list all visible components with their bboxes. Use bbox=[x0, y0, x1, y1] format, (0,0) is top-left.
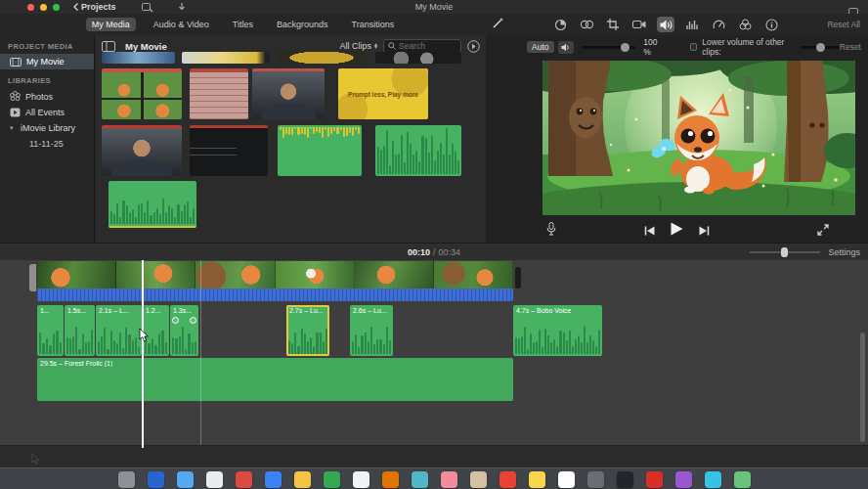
media-thumbnail[interactable] bbox=[102, 68, 182, 119]
reset-all-button[interactable]: Reset All bbox=[827, 20, 860, 29]
dock-app-icon[interactable] bbox=[675, 471, 692, 488]
dock-app-icon[interactable] bbox=[705, 471, 721, 488]
dock-app-icon[interactable] bbox=[412, 471, 428, 488]
import-media-icon[interactable] bbox=[142, 3, 152, 12]
titlebar: Projects My Movie bbox=[0, 0, 868, 14]
download-arrow-icon[interactable] bbox=[178, 3, 186, 12]
fade-handle[interactable] bbox=[190, 317, 196, 324]
tab-transitions[interactable]: Transitions bbox=[345, 18, 400, 31]
auto-volume-button[interactable]: Auto bbox=[527, 41, 554, 53]
back-to-projects-button[interactable]: Projects bbox=[73, 2, 116, 12]
tab-my-media[interactable]: My Media bbox=[86, 18, 136, 31]
dock-app-icon[interactable] bbox=[382, 471, 399, 488]
reset-button[interactable]: Reset bbox=[840, 42, 861, 52]
search-box[interactable] bbox=[383, 39, 461, 53]
timeline-clip[interactable]: 1.3s... bbox=[170, 305, 198, 356]
dock-app-icon[interactable] bbox=[529, 471, 545, 488]
sidebar-toggle-icon[interactable] bbox=[102, 41, 115, 52]
dock-app-icon[interactable] bbox=[294, 471, 311, 488]
crop-icon[interactable] bbox=[604, 17, 622, 32]
color-balance-icon[interactable] bbox=[578, 17, 595, 32]
search-input[interactable] bbox=[399, 41, 456, 51]
minimize-window-button[interactable] bbox=[40, 4, 47, 11]
timeline-settings-button[interactable]: Settings bbox=[828, 247, 860, 257]
sidebar-item-label: My Movie bbox=[26, 57, 65, 67]
media-thumbnail[interactable] bbox=[102, 125, 182, 176]
timeline-clip[interactable]: 1... bbox=[37, 305, 64, 356]
media-thumbnail[interactable] bbox=[102, 52, 175, 64]
timeline-clip[interactable]: 2.1s – L... bbox=[96, 305, 142, 356]
audio-waveform bbox=[110, 197, 195, 224]
play-button[interactable] bbox=[671, 222, 683, 240]
color-correction-icon[interactable] bbox=[551, 17, 569, 32]
media-thumbnail[interactable] bbox=[190, 125, 268, 176]
timeline-scrollbar[interactable] bbox=[860, 333, 865, 442]
dock-app-icon[interactable] bbox=[617, 471, 633, 488]
audio-waveform bbox=[352, 325, 391, 354]
audio-waveform bbox=[280, 127, 360, 139]
tab-backgrounds[interactable]: Backgrounds bbox=[271, 18, 334, 31]
forward-circle-icon[interactable] bbox=[467, 40, 480, 53]
chevron-down-icon[interactable]: ▾ bbox=[10, 124, 16, 132]
sidebar-item-all-events[interactable]: All Events bbox=[0, 105, 94, 120]
dock-app-icon[interactable] bbox=[148, 471, 164, 488]
media-thumbnail[interactable] bbox=[375, 52, 461, 64]
sidebar-item-photos[interactable]: Photos bbox=[0, 88, 94, 105]
sidebar-item-my-movie[interactable]: My Movie bbox=[0, 54, 94, 69]
timeline-zoom-slider[interactable] bbox=[750, 251, 820, 253]
zoom-window-button[interactable] bbox=[53, 4, 60, 11]
lower-volume-checkbox[interactable] bbox=[690, 43, 697, 51]
clip-filter-icon[interactable] bbox=[736, 17, 754, 32]
media-thumbnail[interactable] bbox=[108, 181, 196, 228]
sidebar-item-event-date[interactable]: 11-11-25 bbox=[0, 136, 94, 152]
all-events-icon bbox=[10, 108, 21, 117]
clip-filter-dropdown[interactable]: All Clips ▴▾ bbox=[339, 41, 377, 51]
timeline-clip[interactable]: 29.5s – Forest Frolic (1) bbox=[37, 358, 513, 401]
dock-app-icon[interactable] bbox=[118, 471, 135, 488]
media-thumbnail[interactable] bbox=[278, 125, 362, 176]
project-media-header: PROJECT MEDIA bbox=[8, 42, 94, 51]
media-thumbnail[interactable] bbox=[182, 52, 270, 64]
info-icon[interactable] bbox=[762, 17, 780, 32]
dock-app-icon[interactable] bbox=[265, 471, 282, 488]
tab-titles[interactable]: Titles bbox=[227, 18, 259, 31]
fade-handle[interactable] bbox=[172, 317, 179, 324]
close-window-button[interactable] bbox=[27, 4, 34, 11]
dock-app-icon[interactable] bbox=[177, 471, 194, 488]
magic-wand-icon[interactable] bbox=[492, 16, 504, 33]
media-thumbnail[interactable] bbox=[252, 68, 325, 119]
volume-slider[interactable] bbox=[582, 46, 636, 49]
timeline-clip[interactable]: 1.5s... bbox=[65, 305, 95, 356]
noise-reduction-icon[interactable] bbox=[683, 17, 701, 32]
media-thumbnail[interactable]: Prompt less, Play more bbox=[338, 68, 428, 119]
timeline-clip[interactable]: 4.7s – Bobo Voice bbox=[513, 305, 602, 356]
timeline-clip[interactable]: 2.7s – Lu... bbox=[286, 305, 329, 356]
speed-icon[interactable] bbox=[710, 17, 727, 32]
dock-app-icon[interactable] bbox=[646, 471, 663, 488]
ducking-slider[interactable] bbox=[801, 46, 839, 49]
timeline[interactable]: 1...1.5s...2.1s – L...1.2...1.3s...2.7s … bbox=[0, 260, 868, 445]
dock-app-icon[interactable] bbox=[499, 471, 516, 488]
dock-app-icon[interactable] bbox=[324, 471, 340, 488]
sidebar-item-imovie-library[interactable]: ▾ iMovie Library bbox=[0, 120, 94, 136]
dock-app-icon[interactable] bbox=[206, 471, 223, 488]
mute-button[interactable] bbox=[558, 41, 574, 54]
media-thumbnail[interactable] bbox=[190, 68, 248, 119]
dock-app-icon[interactable] bbox=[587, 471, 604, 488]
playhead[interactable] bbox=[142, 260, 144, 448]
dock-app-icon[interactable] bbox=[236, 471, 252, 488]
dock-app-icon[interactable] bbox=[353, 471, 369, 488]
dock-app-icon[interactable] bbox=[558, 471, 575, 488]
dock-app-icon[interactable] bbox=[441, 471, 457, 488]
media-thumbnail[interactable] bbox=[375, 125, 461, 176]
preview-viewer bbox=[542, 61, 855, 215]
tab-audio-video[interactable]: Audio & Video bbox=[148, 18, 215, 31]
dock-app-icon[interactable] bbox=[470, 471, 487, 488]
media-thumbnail[interactable] bbox=[278, 52, 366, 64]
stabilization-icon[interactable] bbox=[630, 17, 648, 32]
dock-app-icon[interactable] bbox=[734, 471, 751, 488]
previous-frame-button[interactable] bbox=[644, 222, 655, 240]
next-frame-button[interactable] bbox=[699, 222, 710, 240]
volume-icon[interactable] bbox=[657, 17, 674, 32]
timeline-clip[interactable]: 2.6s – Lu... bbox=[350, 305, 393, 356]
